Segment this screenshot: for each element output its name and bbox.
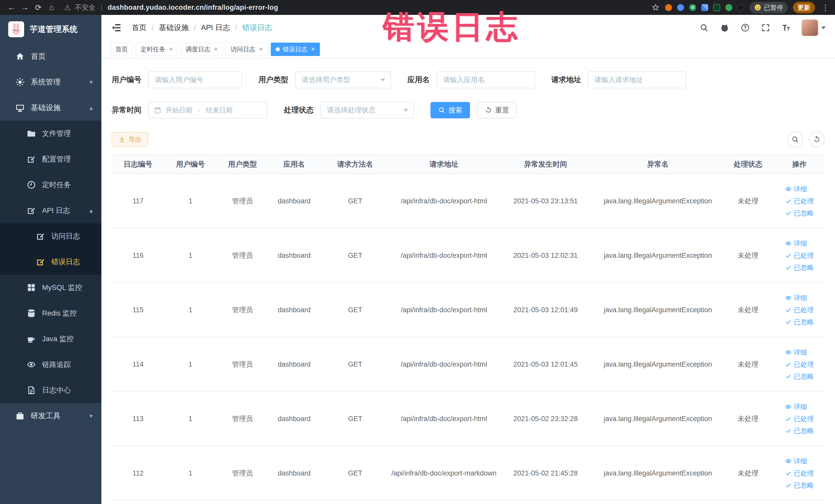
star-icon[interactable] [651, 3, 660, 12]
table-cell: 1 [165, 283, 217, 337]
close-icon[interactable]: × [214, 45, 218, 53]
browser-menu-icon[interactable]: ⋮ [822, 3, 829, 12]
tab-access-log[interactable]: 访问日志× [226, 43, 267, 56]
help-icon[interactable] [740, 23, 750, 33]
table-cell: GET [320, 337, 390, 391]
sidebar-item-log-center[interactable]: 日志中心 [0, 378, 101, 403]
detail-link[interactable]: 详细 [785, 456, 807, 466]
extension-grid-icon[interactable] [701, 4, 708, 11]
extension-paw-icon[interactable] [737, 4, 745, 11]
breadcrumb-item[interactable]: API 日志 [201, 23, 230, 33]
processed-link[interactable]: 已处理 [785, 468, 814, 478]
detail-link[interactable]: 详细 [785, 184, 807, 194]
address-bar[interactable]: ⚠ 不安全 | dashboard.yudao.iocoder.cn/infra… [64, 3, 650, 12]
app-logo[interactable]: 芋道管理系统 [0, 15, 101, 44]
processed-link[interactable]: 已处理 [785, 196, 814, 206]
close-icon[interactable]: × [311, 45, 315, 53]
export-button[interactable]: 导出 [111, 132, 148, 147]
table-cell: java.lang.IllegalArgumentException [594, 446, 722, 500]
table-cell: 未处理 [722, 337, 774, 391]
sidebar-item-config[interactable]: 配置管理 [0, 146, 101, 172]
refresh-button[interactable] [809, 132, 825, 147]
close-icon[interactable]: × [259, 45, 263, 53]
breadcrumb-separator: / [152, 24, 154, 32]
breadcrumb-item[interactable]: 首页 [132, 23, 147, 33]
app-name-input[interactable] [436, 72, 535, 88]
ignored-link[interactable]: 已忽略 [785, 263, 814, 273]
extension-leaf-icon[interactable] [726, 4, 732, 11]
chevron-down-icon [380, 79, 385, 81]
sidebar-item-error-log[interactable]: 错误日志 [0, 249, 101, 275]
check-icon [785, 198, 792, 204]
sidebar-item-system[interactable]: 系统管理▾ [0, 69, 101, 95]
paused-pill[interactable]: 已暂停 [750, 2, 788, 13]
date-range-picker[interactable]: 开始日期 - 结束日期 [148, 102, 267, 119]
detail-link[interactable]: 详细 [785, 402, 807, 412]
back-icon[interactable]: ← [6, 2, 18, 13]
extension-orange-icon[interactable] [665, 4, 672, 11]
table-row: 1121管理员dashboardGET/api/infra/db-doc/exp… [111, 446, 825, 500]
extension-on-icon[interactable] [713, 4, 720, 11]
sidebar-item-api-log[interactable]: API 日志▴ [0, 198, 101, 223]
user-type-select[interactable]: 请选择用户类型 [295, 72, 391, 88]
tab-label: 调度日志 [186, 45, 210, 54]
sidebar-item-java[interactable]: Java 监控 [0, 326, 101, 352]
request-url-input[interactable] [588, 72, 686, 88]
hamburger-icon[interactable] [110, 22, 122, 33]
ignored-link[interactable]: 已忽略 [785, 371, 814, 382]
tab-job-log[interactable]: 调度日志× [181, 43, 223, 56]
search-icon[interactable] [699, 23, 709, 33]
extension-green-icon[interactable]: V [689, 4, 696, 11]
logo-image [8, 21, 24, 37]
extension-drop-icon[interactable] [677, 4, 684, 11]
paused-label: 已暂停 [764, 3, 783, 12]
table-cell: /api/infra/db-doc/export-markdown [390, 446, 497, 500]
process-status-select[interactable]: 请选择处理状态 [320, 102, 414, 119]
check-icon [785, 306, 792, 313]
sidebar-item-file[interactable]: 文件管理 [0, 121, 101, 146]
reset-button[interactable]: 重置 [477, 102, 517, 118]
ignored-link[interactable]: 已忽略 [785, 426, 814, 436]
toggle-search-button[interactable] [787, 132, 803, 147]
check-icon [785, 427, 792, 434]
sidebar-item-redis[interactable]: Redis 监控 [0, 300, 101, 326]
processed-link[interactable]: 已处理 [785, 250, 814, 261]
processed-link[interactable]: 已处理 [785, 360, 814, 369]
update-button[interactable]: 更新 [793, 2, 815, 13]
ignored-link[interactable]: 已忽略 [785, 317, 814, 327]
sidebar-item-infra[interactable]: 基础设施▴ [0, 95, 101, 121]
user-id-input[interactable] [148, 72, 242, 88]
home-icon[interactable]: ⌂ [46, 2, 58, 13]
detail-link[interactable]: 详细 [785, 239, 807, 248]
actions-cell: 详细已处理已忽略 [774, 228, 825, 283]
tab-job[interactable]: 定时任务× [136, 43, 178, 56]
table-cell: /api/infra/db-doc/export-html [390, 283, 497, 337]
database-icon [27, 309, 36, 318]
detail-link[interactable]: 详细 [785, 293, 807, 303]
sidebar-item-mysql[interactable]: MySQL 监控 [0, 275, 101, 300]
sidebar-item-home[interactable]: 首页 [0, 44, 101, 69]
search-button[interactable]: 搜索 [430, 102, 470, 118]
sidebar-item-job[interactable]: 定时任务 [0, 172, 101, 198]
sidebar-item-trace[interactable]: 链路追踪 [0, 352, 101, 378]
reload-icon[interactable]: ⟳ [32, 2, 44, 13]
forward-icon[interactable]: → [19, 2, 31, 13]
tab-error-log[interactable]: 错误日志× [271, 43, 320, 56]
ignored-link[interactable]: 已忽略 [785, 208, 814, 218]
breadcrumb-item[interactable]: 基础设施 [159, 23, 189, 33]
close-icon[interactable]: × [169, 45, 173, 53]
detail-link[interactable]: 详细 [785, 347, 807, 357]
ignored-link[interactable]: 已忽略 [785, 480, 814, 490]
font-size-icon[interactable] [781, 23, 791, 33]
github-icon[interactable] [719, 23, 730, 33]
breadcrumb-item: 错误日志 [242, 23, 272, 33]
fullscreen-icon[interactable] [760, 23, 771, 33]
column-header: 请求方法名 [320, 155, 390, 174]
user-menu[interactable] [802, 20, 826, 36]
processed-link[interactable]: 已处理 [785, 305, 814, 315]
processed-link[interactable]: 已处理 [785, 414, 814, 424]
export-button-label: 导出 [128, 135, 141, 144]
tab-home[interactable]: 首页 [110, 43, 133, 56]
sidebar-item-access-log[interactable]: 访问日志 [0, 223, 101, 249]
sidebar-item-devtools[interactable]: 研发工具▾ [0, 403, 101, 429]
